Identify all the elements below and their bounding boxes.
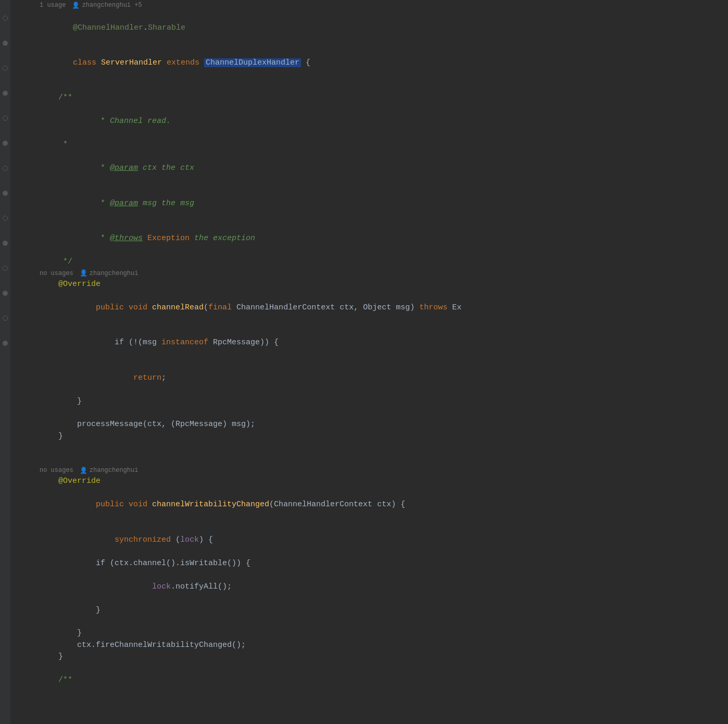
line-close-synchronized: } xyxy=(10,628,728,640)
usage-meta-line: 1 usage 👤 zhangchenghui +5 xyxy=(10,0,728,10)
annotation-override-1: @Override xyxy=(40,280,101,289)
gutter-marker-9 xyxy=(3,216,8,221)
keyword-public-2: public xyxy=(77,500,124,509)
gutter-marker-2 xyxy=(3,41,8,46)
author-icon: 👤 xyxy=(72,2,80,9)
line-override-1: @Override xyxy=(10,279,728,291)
author-icon-2: 👤 xyxy=(80,269,87,277)
keyword-class: class xyxy=(73,58,101,67)
line-javadoc-close: */ xyxy=(10,256,728,268)
line-javadoc-channel-read: * Channel read. xyxy=(10,104,728,140)
javadoc-throws-text: the exception xyxy=(190,234,255,243)
code-panel[interactable]: 1 usage 👤 zhangchenghui +5 @ChannelHandl… xyxy=(10,0,728,724)
gutter-marker-4 xyxy=(3,91,8,96)
method-channel-writability: channelWritabilityChanged xyxy=(152,500,269,509)
javadoc-channel-read-text: Channel read. xyxy=(110,117,171,126)
method-channel-read: channelRead xyxy=(152,303,204,312)
side-gutter xyxy=(0,0,10,724)
keyword-void-2: void xyxy=(124,500,152,509)
gutter-marker-10 xyxy=(3,241,8,246)
class-name-server-handler: ServerHandler xyxy=(101,58,167,67)
gutter-marker-7 xyxy=(3,166,8,171)
line-javadoc-throws: * @throws Exception the exception xyxy=(10,221,728,257)
line-synchronized: synchronized (lock) { xyxy=(10,522,728,558)
usage-count: 1 usage xyxy=(40,2,66,9)
javadoc-throws-tag: @throws xyxy=(110,234,143,243)
gutter-marker-3 xyxy=(3,66,8,71)
line-javadoc-param-msg: * @param msg the msg xyxy=(10,186,728,221)
javadoc-throws-exception: Exception xyxy=(143,234,190,243)
gutter-marker-6 xyxy=(3,141,8,146)
line-process-message: processMessage(ctx, (RpcMessage) msg); xyxy=(10,419,728,431)
gutter-marker-12 xyxy=(3,291,8,296)
line-annotation-sharable: @ChannelHandler.Sharable xyxy=(10,10,728,46)
line-close-method-1: } xyxy=(10,431,728,443)
no-usage-meta-line-2: no usages 👤 zhangchenghui xyxy=(10,465,728,476)
line-fire-writable: ctx.fireChannelWritabilityChanged(); xyxy=(10,640,728,652)
line-empty-6 xyxy=(10,663,728,675)
line-javadoc-param-ctx: * @param ctx the ctx xyxy=(10,151,728,186)
editor-container: 1 usage 👤 zhangchenghui +5 @ChannelHandl… xyxy=(0,0,728,724)
line-javadoc-open: /** xyxy=(10,92,728,104)
gutter-marker-8 xyxy=(3,191,8,196)
var-lock-1: lock xyxy=(180,535,199,544)
line-override-2: @Override xyxy=(10,476,728,488)
gutter-marker-11 xyxy=(3,266,8,271)
line-if-instanceof: if (!(msg instanceof RpcMessage)) { xyxy=(10,326,728,361)
author-name-1: zhangchenghui +5 xyxy=(82,2,142,9)
line-empty-3 xyxy=(10,442,728,454)
line-if-writable: if (ctx.channel().isWritable()) { xyxy=(10,558,728,570)
no-usage-label-2: no usages xyxy=(40,467,73,474)
javadoc-param-msg-text: msg the msg xyxy=(138,199,194,208)
keyword-instanceof: instanceof xyxy=(161,338,208,347)
line-return: return; xyxy=(10,360,728,396)
keyword-throws: throws xyxy=(419,303,447,312)
line-empty-1 xyxy=(10,81,728,92)
line-method-channel-writability: public void channelWritabilityChanged(Ch… xyxy=(10,488,728,523)
gutter-marker-14 xyxy=(3,341,8,346)
line-javadoc-empty: * xyxy=(10,139,728,151)
annotation-override-2: @Override xyxy=(40,477,101,485)
keyword-final: final xyxy=(208,303,232,312)
javadoc-param-ctx-text: ctx the ctx xyxy=(138,164,194,172)
javadoc-param-tag-2: @param xyxy=(110,199,138,208)
author-name-3: zhangchenghui xyxy=(90,467,139,474)
line-notify-all: lock.notifyAll(); xyxy=(10,569,728,605)
annotation-channel-handler: @ChannelHandler xyxy=(73,23,143,32)
gutter-marker-5 xyxy=(3,116,8,121)
gutter-marker-1 xyxy=(3,16,8,21)
line-empty-4 xyxy=(10,454,728,465)
javadoc-param-tag-1: @param xyxy=(110,164,138,172)
line-close-method-2: } xyxy=(10,651,728,663)
author-name-2: zhangchenghui xyxy=(90,270,139,277)
no-usage-meta-line-1: no usages 👤 zhangchenghui xyxy=(10,268,728,279)
line-close-if: } xyxy=(10,396,728,408)
keyword-void-1: void xyxy=(124,303,152,312)
line-empty-2 xyxy=(10,407,728,419)
line-method-channel-read: public void channelRead(final ChannelHan… xyxy=(10,290,728,326)
no-usage-label-1: no usages xyxy=(40,270,73,277)
keyword-extends: extends xyxy=(167,58,204,67)
var-lock-2: lock xyxy=(152,582,171,591)
superclass-name: ChannelDuplexHandler xyxy=(204,58,301,67)
keyword-synchronized: synchronized xyxy=(115,535,171,544)
gutter-marker-13 xyxy=(3,316,8,321)
line-empty-5 xyxy=(10,616,728,628)
author-icon-3: 👤 xyxy=(80,467,87,475)
annotation-sharable: Sharable xyxy=(148,23,185,32)
line-class-declaration: class ServerHandler extends ChannelDuple… xyxy=(10,46,728,81)
line-close-if-writable: } xyxy=(10,605,728,617)
keyword-public-1: public xyxy=(77,303,124,312)
line-javadoc-open-2: /** xyxy=(10,675,728,686)
keyword-return: return xyxy=(133,373,161,382)
